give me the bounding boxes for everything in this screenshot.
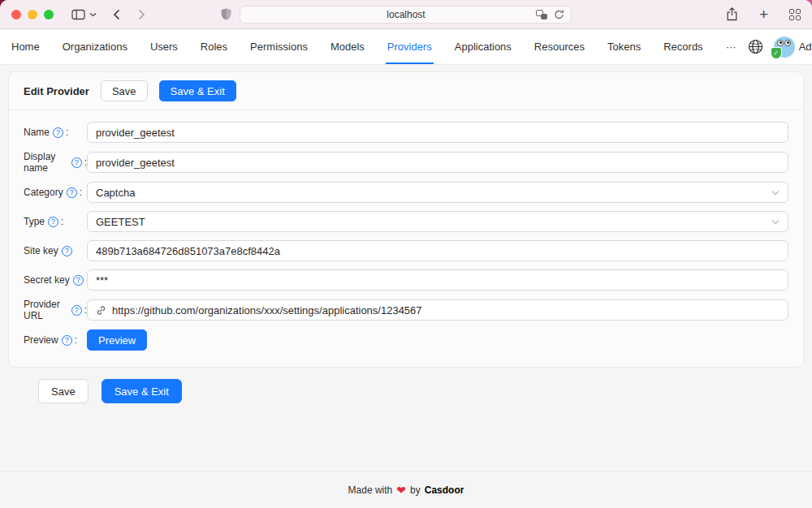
help-icon[interactable]: ? (67, 187, 77, 198)
save-exit-button[interactable]: Save & Exit (159, 80, 236, 101)
label-text: Display name (24, 151, 68, 174)
site-key-control (87, 240, 788, 261)
nav-item-providers[interactable]: Providers (376, 29, 443, 64)
nav-item-permissions[interactable]: Permissions (239, 29, 319, 64)
label-text: Type (24, 216, 45, 227)
casdoor-link[interactable]: Casdoor (425, 484, 464, 496)
form-row-display-name: Display name?: (24, 151, 788, 174)
avatar[interactable]: ✓ (774, 37, 795, 58)
close-window-button[interactable] (11, 10, 21, 19)
app-navbar: HomeOrganizationsUsersRolesPermissionsMo… (0, 29, 812, 65)
preview-button[interactable]: Preview (87, 329, 147, 351)
gopher-eye (784, 40, 791, 46)
provider-url-control: https://github.com/organizations/xxx/set… (87, 299, 788, 321)
link-icon (96, 305, 106, 316)
account-name[interactable]: Admin (799, 41, 812, 53)
nav-item-roles[interactable]: Roles (189, 29, 239, 64)
reload-button[interactable] (554, 9, 564, 20)
form-row-category: Category?:Captcha (24, 182, 788, 203)
display-name-label: Display name?: (24, 151, 87, 174)
secret-key-input[interactable] (87, 269, 788, 291)
help-icon[interactable]: ? (48, 217, 58, 227)
share-icon (726, 7, 738, 21)
account-menu[interactable]: ✓ Admin (774, 37, 812, 58)
secret-key-label: Secret key? (24, 274, 87, 286)
label-colon: : (66, 127, 68, 138)
form-row-site-key: Site key? (24, 240, 788, 261)
help-icon[interactable]: ? (62, 246, 72, 256)
privacy-shield-icon (221, 8, 231, 20)
secret-key-control (87, 269, 788, 291)
address-bar[interactable]: localhost (240, 6, 572, 24)
category-label: Category?: (24, 187, 87, 198)
sidebar-toggle-button[interactable] (71, 9, 85, 20)
form-row-name: Name?: (24, 122, 788, 143)
selected-value: Captcha (96, 187, 766, 199)
translate-button[interactable] (536, 10, 547, 19)
form-row-secret-key: Secret key? (24, 269, 788, 291)
new-tab-button[interactable]: + (759, 6, 768, 22)
form-row-type: Type?:GEETEST (24, 211, 788, 232)
chevron-left-icon (113, 9, 120, 20)
footer-text: Made with (348, 484, 393, 496)
label-text: Provider URL (24, 299, 68, 321)
name-control (87, 122, 788, 143)
nav-item-records[interactable]: Records (652, 29, 714, 64)
nav-item-users[interactable]: Users (139, 29, 189, 64)
traffic-lights (11, 10, 54, 19)
name-input[interactable] (87, 122, 788, 143)
zoom-window-button[interactable] (44, 10, 54, 19)
back-button[interactable] (113, 9, 120, 20)
nav-menu: HomeOrganizationsUsersRolesPermissionsMo… (0, 29, 748, 64)
page-title: Edit Provider (24, 85, 89, 97)
provider-url-label: Provider URL?: (24, 299, 87, 321)
save-button-bottom[interactable]: Save (38, 379, 89, 403)
sidebar-menu-button[interactable] (89, 12, 97, 17)
url-value: https://github.com/organizations/xxx/set… (112, 304, 780, 316)
shield-icon (221, 8, 231, 20)
edit-provider-card: Edit Provider Save Save & Exit Name?:Dis… (8, 71, 804, 368)
language-button[interactable] (748, 39, 763, 54)
site-key-input[interactable] (87, 240, 788, 261)
label-text: Category (24, 187, 63, 198)
category-control: Captcha (87, 182, 788, 203)
form-row-provider-url: Provider URL?:https://github.com/organiz… (24, 299, 788, 321)
site-key-label: Site key? (24, 245, 87, 256)
help-icon[interactable]: ? (53, 127, 63, 138)
provider-url-input[interactable]: https://github.com/organizations/xxx/set… (87, 299, 788, 321)
label-text: Site key (24, 245, 58, 256)
nav-item-resources[interactable]: Resources (523, 29, 596, 64)
help-icon[interactable]: ? (71, 305, 82, 316)
label-text: Secret key (24, 274, 70, 286)
name-label: Name?: (24, 127, 87, 138)
share-button[interactable] (726, 7, 738, 21)
save-button[interactable]: Save (101, 80, 148, 101)
chevron-right-icon (138, 9, 145, 20)
url-text[interactable]: localhost (276, 9, 536, 20)
category-select[interactable]: Captcha (87, 182, 788, 203)
preview-label: Preview?: (24, 334, 87, 346)
label-text: Name (24, 127, 50, 138)
minimize-window-button[interactable] (28, 10, 37, 19)
nav-more[interactable]: ··· (715, 29, 748, 64)
help-icon[interactable]: ? (62, 335, 72, 346)
forward-button[interactable] (138, 9, 145, 20)
help-icon[interactable]: ? (71, 157, 82, 168)
display-name-control (87, 152, 788, 173)
nav-item-organizations[interactable]: Organizations (51, 29, 139, 64)
nav-item-applications[interactable]: Applications (443, 29, 523, 64)
display-name-input[interactable] (87, 152, 788, 173)
help-icon[interactable]: ? (73, 275, 84, 286)
label-colon: : (75, 334, 77, 346)
selected-value: GEETEST (96, 216, 766, 228)
tab-overview-button[interactable] (789, 9, 801, 20)
page-footer: Made with ❤ by Casdoor (0, 471, 812, 508)
nav-item-home[interactable]: Home (0, 29, 51, 64)
nav-item-tokens[interactable]: Tokens (596, 29, 652, 64)
bottom-actions: Save Save & Exit (8, 368, 804, 403)
card-header: Edit Provider Save Save & Exit (9, 72, 803, 110)
type-select[interactable]: GEETEST (87, 211, 788, 232)
nav-item-models[interactable]: Models (319, 29, 376, 64)
globe-icon (748, 39, 763, 54)
save-exit-button-bottom[interactable]: Save & Exit (102, 379, 182, 403)
